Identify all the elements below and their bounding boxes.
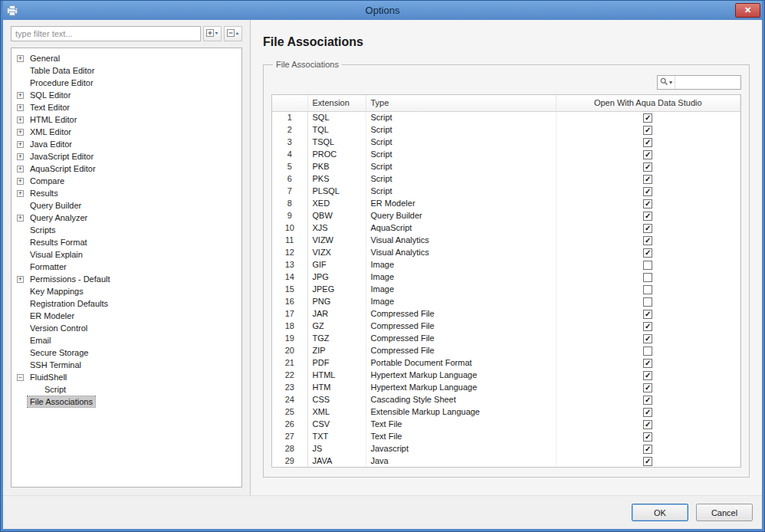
- tree-item-file-associations[interactable]: File Associations: [13, 396, 240, 408]
- open-with-checkbox[interactable]: [643, 297, 652, 307]
- extension-cell[interactable]: PDF: [307, 356, 366, 369]
- tree-item-aquascript-editor[interactable]: +AquaScript Editor: [13, 163, 240, 175]
- type-cell[interactable]: Portable Document Format: [366, 356, 556, 369]
- extension-cell[interactable]: PLSQL: [307, 185, 366, 197]
- extension-cell[interactable]: XJS: [307, 222, 366, 234]
- row-number-cell[interactable]: 5: [272, 160, 307, 172]
- open-with-checkbox[interactable]: ✓: [643, 150, 652, 159]
- row-number-cell[interactable]: 3: [272, 136, 307, 148]
- type-cell[interactable]: Compressed File: [366, 344, 556, 356]
- open-with-cell[interactable]: [556, 295, 740, 307]
- extension-cell[interactable]: VIZW: [307, 234, 366, 246]
- open-with-checkbox[interactable]: ✓: [643, 187, 652, 196]
- open-with-checkbox[interactable]: ✓: [643, 163, 652, 172]
- row-number-cell[interactable]: 24: [272, 393, 307, 406]
- open-with-cell[interactable]: [556, 283, 740, 295]
- row-number-cell[interactable]: 9: [272, 209, 307, 222]
- tree-item-xml-editor[interactable]: +XML Editor: [13, 126, 240, 138]
- open-with-checkbox[interactable]: ✓: [643, 396, 652, 405]
- tree-item-html-editor[interactable]: +HTML Editor: [13, 113, 240, 126]
- extension-cell[interactable]: PKB: [307, 160, 366, 172]
- extension-cell[interactable]: CSS: [307, 393, 366, 406]
- tree-item-version-control[interactable]: Version Control: [13, 322, 240, 334]
- open-with-cell[interactable]: ✓: [556, 442, 740, 455]
- row-number-cell[interactable]: 25: [272, 406, 307, 418]
- tree-item-query-builder[interactable]: Query Builder: [13, 199, 240, 212]
- type-cell[interactable]: Script: [366, 148, 556, 160]
- tree-item-email[interactable]: Email: [13, 334, 240, 346]
- extension-cell[interactable]: GZ: [307, 320, 366, 332]
- type-cell[interactable]: Image: [366, 295, 556, 307]
- extension-cell[interactable]: TQL: [307, 123, 366, 136]
- type-cell[interactable]: Script: [366, 160, 556, 172]
- type-cell[interactable]: Query Builder: [366, 209, 556, 222]
- tree-item-ssh-terminal[interactable]: SSH Terminal: [13, 359, 240, 371]
- type-cell[interactable]: Script: [366, 185, 556, 197]
- open-with-cell[interactable]: ✓: [556, 455, 740, 467]
- tree-item-sql-editor[interactable]: +SQL Editor: [13, 89, 240, 101]
- open-with-cell[interactable]: ✓: [556, 222, 740, 234]
- extension-cell[interactable]: XML: [307, 406, 366, 418]
- tree-item-text-editor[interactable]: +Text Editor: [13, 101, 240, 113]
- type-cell[interactable]: Script: [366, 172, 556, 185]
- type-cell[interactable]: AquaScript: [366, 222, 556, 234]
- tree-item-secure-storage[interactable]: Secure Storage: [13, 346, 240, 359]
- open-with-cell[interactable]: ✓: [556, 123, 740, 136]
- filter-input[interactable]: [11, 26, 201, 41]
- tree-item-results-format[interactable]: Results Format: [13, 236, 240, 248]
- extension-cell[interactable]: PKS: [307, 172, 366, 185]
- row-number-cell[interactable]: 1: [272, 111, 307, 123]
- extension-cell[interactable]: PROC: [307, 148, 366, 160]
- open-with-checkbox[interactable]: ✓: [643, 322, 652, 331]
- row-number-cell[interactable]: 21: [272, 356, 307, 369]
- expand-icon[interactable]: +: [17, 215, 24, 222]
- type-cell[interactable]: Image: [366, 283, 556, 295]
- tree-item-formatter[interactable]: Formatter: [13, 261, 240, 273]
- open-with-checkbox[interactable]: ✓: [643, 383, 652, 392]
- open-with-cell[interactable]: [556, 271, 740, 283]
- row-number-cell[interactable]: 19: [272, 332, 307, 344]
- tree-item-fluidshell[interactable]: −FluidShell: [13, 371, 240, 383]
- open-with-cell[interactable]: ✓: [556, 148, 740, 160]
- tree-item-javascript-editor[interactable]: +JavaScript Editor: [13, 150, 240, 163]
- type-cell[interactable]: Image: [366, 258, 556, 271]
- type-cell[interactable]: Extensible Markup Language: [366, 406, 556, 418]
- extension-cell[interactable]: HTM: [307, 381, 366, 393]
- open-with-cell[interactable]: ✓: [556, 209, 740, 222]
- open-with-cell[interactable]: ✓: [556, 332, 740, 344]
- row-number-cell[interactable]: 10: [272, 222, 307, 234]
- type-cell[interactable]: Visual Analytics: [366, 234, 556, 246]
- tree-item-visual-explain[interactable]: Visual Explain: [13, 248, 240, 261]
- tree-item-general[interactable]: +General: [13, 52, 240, 64]
- open-with-cell[interactable]: ✓: [556, 160, 740, 172]
- open-with-cell[interactable]: ✓: [556, 430, 740, 442]
- extension-cell[interactable]: HTML: [307, 369, 366, 381]
- expand-all-button[interactable]: [203, 26, 222, 41]
- row-number-cell[interactable]: 26: [272, 418, 307, 430]
- tree-item-procedure-editor[interactable]: Procedure Editor: [13, 77, 240, 89]
- expand-icon[interactable]: +: [17, 92, 24, 99]
- tree-item-compare[interactable]: +Compare: [13, 175, 240, 187]
- row-number-cell[interactable]: 15: [272, 283, 307, 295]
- extension-cell[interactable]: XED: [307, 197, 366, 209]
- extension-cell[interactable]: JPEG: [307, 283, 366, 295]
- tree-item-results[interactable]: +Results: [13, 187, 240, 199]
- tree-item-script[interactable]: Script: [13, 383, 240, 396]
- tree-item-permissions-default[interactable]: +Permissions - Default: [13, 273, 240, 285]
- open-with-cell[interactable]: [556, 258, 740, 271]
- open-with-checkbox[interactable]: ✓: [643, 199, 652, 209]
- expand-icon[interactable]: +: [17, 117, 24, 123]
- row-number-cell[interactable]: 28: [272, 442, 307, 455]
- type-cell[interactable]: Image: [366, 271, 556, 283]
- column-header-type[interactable]: Type: [366, 95, 556, 111]
- row-number-cell[interactable]: 13: [272, 258, 307, 271]
- expand-icon[interactable]: +: [17, 104, 24, 111]
- open-with-cell[interactable]: ✓: [556, 356, 740, 369]
- type-cell[interactable]: Text File: [366, 430, 556, 442]
- expand-icon[interactable]: +: [17, 55, 24, 62]
- open-with-cell[interactable]: ✓: [556, 393, 740, 406]
- open-with-checkbox[interactable]: ✓: [643, 420, 652, 429]
- row-number-cell[interactable]: 2: [272, 123, 307, 136]
- open-with-checkbox[interactable]: ✓: [643, 126, 652, 135]
- open-with-checkbox[interactable]: ✓: [643, 212, 652, 221]
